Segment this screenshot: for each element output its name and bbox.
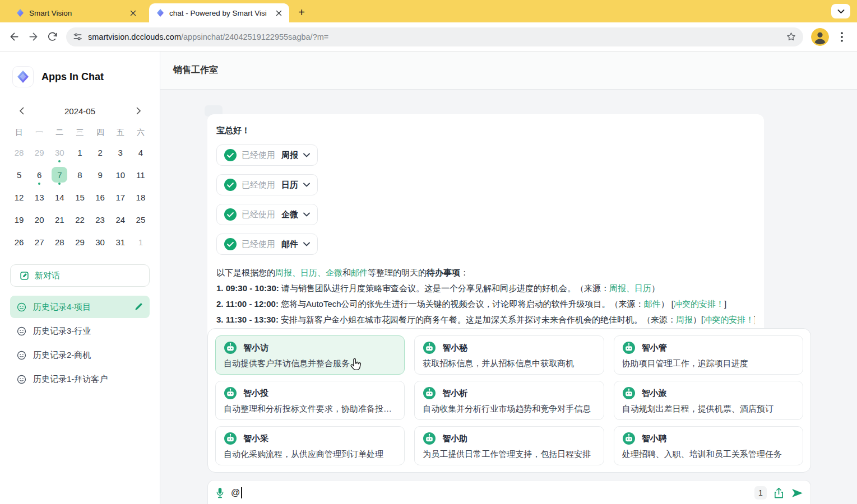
calendar-next-icon[interactable] — [132, 104, 145, 118]
calendar-day[interactable]: 22 — [70, 208, 90, 231]
forward-icon[interactable] — [24, 27, 43, 46]
history-item[interactable]: 历史记录4-项目 — [10, 296, 150, 318]
calendar-day[interactable]: 7 — [49, 164, 70, 186]
new-tab-button[interactable]: + — [294, 4, 309, 20]
calendar-day[interactable]: 30 — [90, 231, 110, 253]
inline-link[interactable]: 周报、日历、企微 — [275, 268, 342, 277]
chevron-down-icon[interactable] — [303, 242, 310, 246]
calendar-day[interactable]: 2 — [90, 141, 110, 164]
calendar-day[interactable]: 19 — [9, 208, 29, 231]
app-logo-icon — [12, 66, 34, 87]
used-tool-chip[interactable]: 已经使用企微 — [216, 204, 318, 225]
text-segment: 和 — [342, 268, 351, 277]
back-icon[interactable] — [4, 27, 24, 46]
agent-card[interactable]: 智小聘处理招聘、入职、培训和员工关系管理任务 — [614, 426, 803, 465]
calendar-day[interactable]: 15 — [70, 186, 90, 208]
edit-pencil-icon[interactable] — [134, 302, 143, 311]
text-segment: 1. 09:30 - 10:30: — [216, 283, 279, 293]
inline-link[interactable]: 周报 — [676, 315, 693, 324]
calendar-day[interactable]: 30 — [49, 141, 70, 164]
check-circle-icon — [224, 208, 237, 221]
bookmark-star-icon[interactable] — [786, 31, 796, 42]
calendar-day[interactable]: 20 — [29, 208, 49, 231]
calendar-day[interactable]: 25 — [131, 208, 151, 231]
calendar-day[interactable]: 3 — [110, 141, 131, 164]
tab-chat-active[interactable]: chat - Powered by Smart Visi — [149, 3, 289, 22]
inline-link[interactable]: 邮件 — [644, 299, 661, 309]
agent-card[interactable]: 智小采自动化采购流程，从供应商管理到订单处理 — [215, 426, 405, 465]
inline-link[interactable]: 冲突的安排！ — [674, 299, 724, 309]
profile-avatar[interactable] — [811, 28, 829, 46]
agent-card[interactable]: 智小管协助项目管理工作，追踪项目进度 — [614, 335, 803, 375]
day-number: 7 — [52, 167, 67, 183]
calendar-day[interactable]: 12 — [9, 186, 29, 208]
calendar-day[interactable]: 24 — [110, 208, 131, 231]
new-chat-label: 新对话 — [35, 270, 60, 281]
calendar-day[interactable]: 23 — [90, 208, 110, 231]
inline-link[interactable]: 邮件 — [351, 268, 368, 277]
calendar-day[interactable]: 4 — [131, 141, 151, 164]
calendar-day[interactable]: 28 — [9, 141, 29, 164]
day-number: 8 — [72, 167, 87, 183]
tab-search-button[interactable] — [831, 4, 850, 18]
calendar-day[interactable]: 31 — [110, 231, 131, 253]
calendar-day[interactable]: 1 — [131, 231, 151, 253]
day-number: 10 — [113, 167, 128, 183]
tab-close-icon[interactable] — [274, 8, 284, 18]
calendar-day[interactable]: 26 — [9, 231, 29, 253]
calendar-day[interactable]: 8 — [70, 164, 90, 186]
agent-card[interactable]: 智小投自动整理和分析投标文件要求，协助准备投标... — [215, 381, 405, 420]
tab-title: chat - Powered by Smart Visi — [169, 9, 269, 17]
share-icon[interactable] — [773, 487, 784, 499]
calendar-day[interactable]: 17 — [110, 186, 131, 208]
calendar-day[interactable]: 28 — [49, 231, 70, 253]
inline-link[interactable]: 冲突的安排！ — [703, 315, 754, 324]
url-bar[interactable]: smartvision.dcclouds.com/appsinchat/2404… — [66, 27, 803, 46]
calendar-day[interactable]: 21 — [49, 208, 70, 231]
calendar-day[interactable]: 16 — [90, 186, 110, 208]
tab-smart-vision[interactable]: Smart Vision — [9, 3, 143, 22]
chevron-down-icon[interactable] — [303, 212, 310, 217]
site-info-icon[interactable] — [73, 32, 82, 41]
calendar-day[interactable]: 1 — [70, 141, 90, 164]
history-item[interactable]: 历史记录2-商机 — [10, 344, 150, 366]
agent-card[interactable]: 智小析自动收集并分析行业市场趋势和竞争对手信息 — [414, 381, 604, 420]
microphone-icon[interactable] — [216, 487, 224, 499]
day-number: 28 — [52, 234, 67, 250]
calendar-day[interactable]: 13 — [29, 186, 49, 208]
chip-prefix-label: 已经使用 — [242, 150, 275, 161]
calendar-day[interactable]: 10 — [110, 164, 131, 186]
browser-menu-icon[interactable] — [832, 27, 851, 46]
agent-card[interactable]: 智小秘获取招标信息，并从招标信息中获取商机 — [414, 335, 604, 375]
reload-icon[interactable] — [43, 27, 62, 46]
calendar-day[interactable]: 9 — [90, 164, 110, 186]
tab-close-icon[interactable] — [128, 8, 138, 18]
history-item[interactable]: 历史记录1-拜访客户 — [10, 368, 150, 390]
main-area: 销售工作室 宝总好！ 已经使用周报已经使用日历已经使用企微已经使用邮件 以下是根… — [160, 52, 857, 504]
calendar-prev-icon[interactable] — [15, 104, 28, 118]
new-chat-button[interactable]: 新对话 — [10, 264, 150, 287]
calendar-day[interactable]: 29 — [29, 141, 49, 164]
used-tool-chip[interactable]: 已经使用日历 — [216, 174, 318, 195]
calendar-day[interactable]: 27 — [29, 231, 49, 253]
calendar-day[interactable]: 6 — [29, 164, 49, 186]
agent-card[interactable]: 智小助为员工提供日常工作管理支持，包括日程安排 — [414, 426, 604, 465]
calendar-day[interactable]: 11 — [131, 164, 151, 186]
day-number: 29 — [72, 234, 87, 250]
used-tool-chip[interactable]: 已经使用周报 — [216, 144, 318, 166]
agent-card[interactable]: 智小旅自动规划出差日程，提供机票、酒店预订 — [614, 381, 803, 420]
message-input[interactable]: @ — [231, 480, 748, 504]
send-icon[interactable] — [791, 488, 804, 498]
history-item[interactable]: 历史记录3-行业 — [10, 320, 150, 342]
agent-description: 自动化采购流程，从供应商管理到订单处理 — [224, 449, 396, 460]
calendar-day[interactable]: 18 — [131, 186, 151, 208]
day-number: 31 — [113, 234, 128, 250]
calendar-day[interactable]: 29 — [70, 231, 90, 253]
calendar-day[interactable]: 14 — [49, 186, 70, 208]
chevron-down-icon[interactable] — [303, 153, 310, 157]
agent-card[interactable]: 智小访自动提供客户拜访信息并整合服务 — [215, 335, 405, 375]
chevron-down-icon[interactable] — [303, 183, 310, 187]
inline-link[interactable]: 周报、日历 — [609, 283, 651, 293]
calendar-day[interactable]: 5 — [9, 164, 29, 186]
used-tool-chip[interactable]: 已经使用邮件 — [216, 234, 318, 255]
